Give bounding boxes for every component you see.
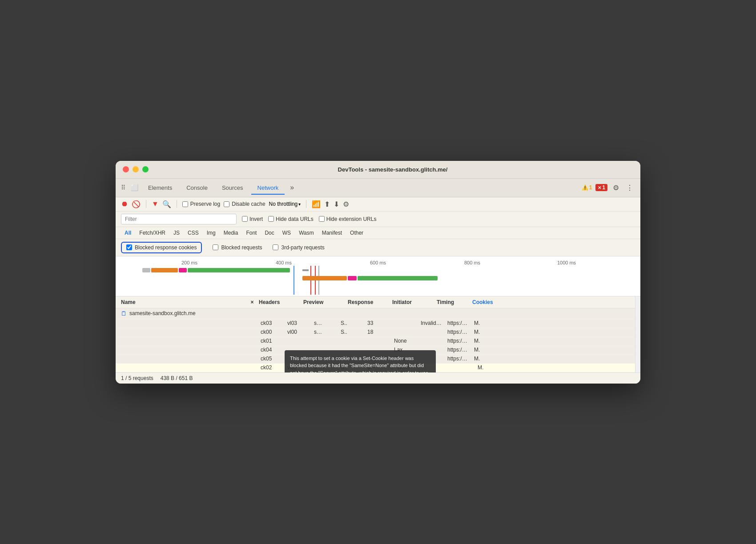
third-party-checkbox[interactable] xyxy=(273,244,278,250)
type-manifest[interactable]: Manifest xyxy=(318,229,346,237)
checkbox-bar: Blocked response cookies Blocked request… xyxy=(116,239,640,256)
request-count: 1 / 5 requests xyxy=(121,375,153,381)
type-filter-bar: All Fetch/XHR JS CSS Img Media Font Doc … xyxy=(116,227,640,239)
cookie-row-ck01[interactable]: ck01 None https://… M. This attempt to s… xyxy=(116,337,635,346)
blocked-cookies-item[interactable]: Blocked response cookies xyxy=(121,242,202,253)
hide-data-urls-checkbox[interactable] xyxy=(268,216,274,222)
maximize-button[interactable] xyxy=(142,166,149,172)
cookie-row-ck04[interactable]: ck04 Lax https://… M. xyxy=(116,346,635,355)
type-doc[interactable]: Doc xyxy=(261,229,277,237)
type-css[interactable]: CSS xyxy=(184,229,202,237)
hide-data-urls-label[interactable]: Hide data URLs xyxy=(268,216,314,222)
col-x-header[interactable]: × xyxy=(245,299,259,305)
minimize-button[interactable] xyxy=(133,166,139,172)
warning-icon: ⚠️ xyxy=(582,184,588,191)
tab-sources[interactable]: Sources xyxy=(216,181,249,195)
cookie-samesite: None xyxy=(395,364,422,371)
cookie-row-ck03[interactable]: ck03 vl03 s… S.. 33 InvalidVa… https://…… xyxy=(116,319,635,328)
close-button[interactable] xyxy=(123,166,129,172)
cookie-name: ck03 xyxy=(258,320,285,326)
blocked-requests-checkbox[interactable] xyxy=(213,244,218,250)
panel-main: Name × Headers Preview Response Initiato… xyxy=(116,296,635,372)
chevron-down-icon: ▾ xyxy=(298,202,301,207)
timeline-area: 200 ms 400 ms 600 ms 800 ms 1000 ms xyxy=(116,256,640,296)
warning-icon: ℹ xyxy=(391,365,393,371)
cookie-domain: S.. xyxy=(338,329,365,335)
disable-cache-label[interactable]: Disable cache xyxy=(224,201,265,207)
timeline-bars xyxy=(142,268,614,292)
cookie-last: M. xyxy=(471,320,498,326)
cookie-initiator: InvalidVa… xyxy=(418,320,445,326)
clear-icon[interactable]: 🚫 xyxy=(132,200,141,208)
filter-input[interactable] xyxy=(121,214,237,224)
type-fetch[interactable]: Fetch/XHR xyxy=(136,229,169,237)
cookie-samesite: Strict xyxy=(391,356,418,362)
preserve-log-checkbox[interactable] xyxy=(182,201,188,207)
invert-checkbox[interactable] xyxy=(242,216,248,222)
size-info: 438 B / 651 B xyxy=(161,375,193,381)
window-title: DevTools - samesite-sandbox.glitch.me/ xyxy=(152,166,633,173)
type-wasm[interactable]: Wasm xyxy=(295,229,318,237)
cookie-row-ck05[interactable]: ck05 Strict https://… M. xyxy=(116,355,635,364)
cookie-name: ck01 xyxy=(258,338,285,344)
throttle-selector[interactable]: No throttling ▾ xyxy=(269,201,301,207)
hide-ext-urls-checkbox[interactable] xyxy=(319,216,325,222)
separator xyxy=(146,200,146,208)
cursor-icon: ⠿ xyxy=(121,184,125,191)
search-icon[interactable]: 🔍 xyxy=(162,200,171,208)
tabbar: ⠿ ⬜ Elements Console Sources Network » ⚠… xyxy=(116,179,640,197)
col-response-header: Response xyxy=(348,299,392,305)
type-js[interactable]: JS xyxy=(170,229,183,237)
error-icon: ✕ xyxy=(598,185,601,190)
more-options-icon[interactable]: ⋮ xyxy=(624,182,635,194)
type-img[interactable]: Img xyxy=(203,229,219,237)
ruler-600ms: 600 ms xyxy=(331,260,425,265)
blocked-cookies-checkbox[interactable] xyxy=(126,244,132,250)
ruler-800ms: 800 ms xyxy=(425,260,519,265)
cookie-size: 33 xyxy=(365,320,391,326)
panel-content: Name × Headers Preview Response Initiato… xyxy=(116,296,640,372)
col-timing-header: Timing xyxy=(437,299,472,305)
download-icon[interactable]: ⬇ xyxy=(334,200,339,208)
type-font[interactable]: Font xyxy=(242,229,260,237)
ruler-400ms: 400 ms xyxy=(237,260,331,265)
devtools-window: DevTools - samesite-sandbox.glitch.me/ ⠿… xyxy=(116,161,640,384)
tab-elements[interactable]: Elements xyxy=(142,181,178,195)
scrollbar[interactable] xyxy=(635,296,640,372)
filter-icon[interactable]: ▼ xyxy=(152,200,159,208)
traffic-lights xyxy=(123,166,149,172)
third-party-item[interactable]: 3rd-party requests xyxy=(273,244,324,251)
table-body: 🗒 samesite-sandbox.glitch.me ck03 vl03 s… xyxy=(116,308,635,372)
disable-cache-checkbox[interactable] xyxy=(224,201,229,207)
blocked-requests-item[interactable]: Blocked requests xyxy=(213,244,262,251)
doc-icon: 🗒 xyxy=(121,310,127,317)
col-cookies-header: Cookies xyxy=(472,299,508,305)
cookie-last: M. xyxy=(471,347,498,353)
type-ws[interactable]: WS xyxy=(279,229,294,237)
cookie-name: ck04 xyxy=(258,347,285,353)
type-media[interactable]: Media xyxy=(220,229,242,237)
tab-network[interactable]: Network xyxy=(251,181,285,195)
tab-console[interactable]: Console xyxy=(180,181,214,195)
cookie-domain: S.. xyxy=(338,320,365,326)
network-settings-icon[interactable]: ⚙ xyxy=(343,200,349,208)
type-other[interactable]: Other xyxy=(346,229,367,237)
hide-ext-urls-label[interactable]: Hide extension URLs xyxy=(319,216,377,222)
preserve-log-label[interactable]: Preserve log xyxy=(182,201,220,207)
cookie-timing: https://… xyxy=(445,338,471,344)
col-initiator-header: Initiator xyxy=(392,299,437,305)
cookie-domain: S.. xyxy=(338,364,365,371)
record-icon[interactable]: ⏺ xyxy=(121,200,128,208)
more-tabs-button[interactable]: » xyxy=(286,182,298,193)
settings-icon[interactable]: ⚙ xyxy=(611,182,621,194)
type-all[interactable]: All xyxy=(121,229,135,237)
upload-icon[interactable]: ⬆ xyxy=(324,200,330,208)
cookie-row-ck00[interactable]: ck00 vl00 s… S.. 18 https://… M. xyxy=(116,328,635,337)
invert-label[interactable]: Invert xyxy=(242,216,263,222)
network-toolbar: ⏺ 🚫 ▼ 🔍 Preserve log Disable cache No th… xyxy=(116,197,640,212)
panel-icon: ⬜ xyxy=(131,184,138,191)
table-row[interactable]: 🗒 samesite-sandbox.glitch.me xyxy=(116,308,635,319)
col-name-header: Name xyxy=(121,299,245,305)
cookie-row-ck02[interactable]: ck02 vl02 s… / S.. 8 ℹ None M. xyxy=(116,364,635,372)
cookie-last: M. xyxy=(471,356,498,362)
